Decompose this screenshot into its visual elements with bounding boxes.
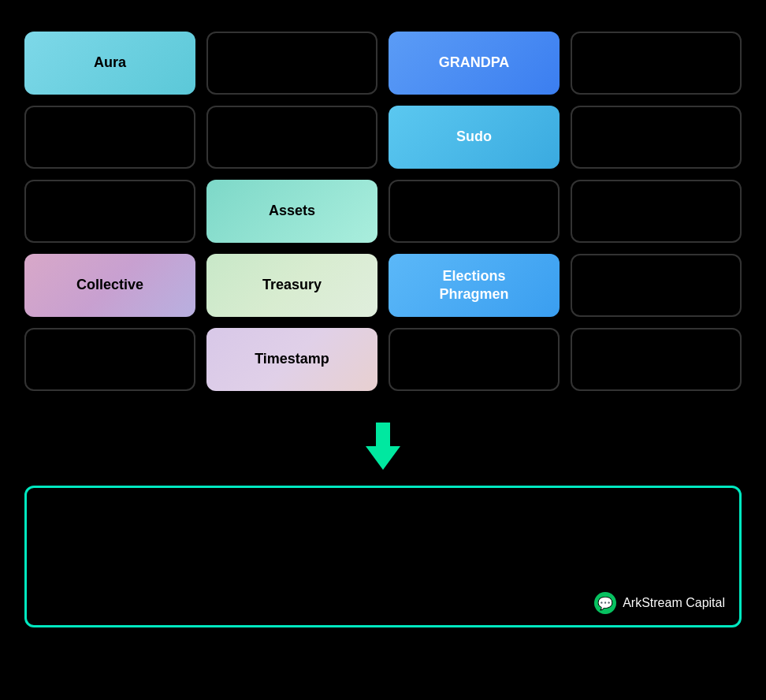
bottom-box: 💬 ArkStream Capital [24,486,742,627]
cell-empty-r2c2 [206,106,377,169]
wechat-icon: 💬 [594,592,616,614]
cell-empty-r5c4 [571,328,742,391]
down-arrow-icon [372,423,394,470]
cell-empty-r1c4 [571,32,742,95]
module-grid: Aura GRANDPA Sudo Assets Collective Trea… [24,32,742,391]
watermark: 💬 ArkStream Capital [594,592,725,614]
cell-grandpa: GRANDPA [389,32,560,95]
cell-assets: Assets [206,180,377,243]
arrow-head [366,446,400,470]
cell-empty-r1c2 [206,32,377,95]
cell-elections: ElectionsPhragmen [389,254,560,317]
cell-treasury: Treasury [206,254,377,317]
cell-empty-r2c4 [571,106,742,169]
arrow-shaft [376,423,390,446]
cell-collective: Collective [24,254,195,317]
cell-empty-r5c3 [389,328,560,391]
arrow-container [24,423,742,470]
cell-empty-r4c4 [571,254,742,317]
cell-empty-r3c4 [571,180,742,243]
cell-timestamp: Timestamp [206,328,377,391]
cell-empty-r5c1 [24,328,195,391]
cell-empty-r3c1 [24,180,195,243]
watermark-text: ArkStream Capital [623,596,725,610]
cell-sudo: Sudo [389,106,560,169]
cell-empty-r3c3 [389,180,560,243]
cell-aura: Aura [24,32,195,95]
cell-empty-r2c1 [24,106,195,169]
